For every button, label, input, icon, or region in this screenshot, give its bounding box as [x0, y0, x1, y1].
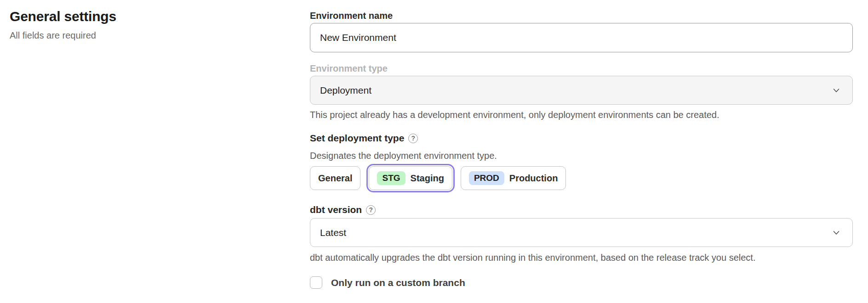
environment-type-label: Environment type	[310, 63, 853, 74]
custom-branch-label: Only run on a custom branch	[331, 277, 465, 288]
deployment-type-production-button[interactable]: PROD Production	[461, 166, 566, 190]
dbt-version-select[interactable]: Latest	[310, 218, 853, 247]
production-button-label: Production	[509, 173, 558, 184]
environment-settings-page: General settings All fields are required…	[0, 0, 868, 303]
general-button-label: General	[318, 173, 352, 184]
custom-branch-row: Only run on a custom branch	[310, 276, 853, 289]
stg-badge: STG	[377, 171, 405, 185]
page-subtitle: All fields are required	[10, 30, 267, 41]
deployment-type-heading: Set deployment type ?	[310, 133, 853, 144]
page-title: General settings	[10, 8, 267, 25]
general-settings-form: Environment name Environment type Deploy…	[310, 11, 853, 289]
section-header: General settings All fields are required	[10, 8, 267, 41]
help-icon[interactable]: ?	[408, 134, 418, 143]
staging-button-label: Staging	[411, 173, 444, 184]
deployment-type-options: General STG Staging PROD Production	[310, 166, 853, 190]
environment-type-select[interactable]: Deployment	[310, 76, 853, 105]
help-icon[interactable]: ?	[366, 205, 376, 215]
chevron-down-icon	[832, 229, 840, 237]
environment-type-value: Deployment	[320, 85, 371, 96]
dbt-version-label: dbt version	[310, 204, 362, 215]
environment-name-input[interactable]	[310, 23, 853, 52]
deployment-type-general-button[interactable]: General	[310, 166, 360, 190]
environment-type-helper: This project already has a development e…	[310, 109, 853, 120]
prod-badge: PROD	[469, 171, 504, 185]
chevron-down-icon	[832, 86, 840, 95]
deployment-type-heading-text: Set deployment type	[310, 133, 404, 144]
environment-name-label: Environment name	[310, 11, 853, 21]
dbt-version-value: Latest	[320, 227, 346, 238]
custom-branch-checkbox[interactable]	[310, 276, 322, 289]
dbt-version-helper: dbt automatically upgrades the dbt versi…	[310, 252, 853, 263]
deployment-type-helper: Designates the deployment environment ty…	[310, 150, 853, 161]
dbt-version-label-row: dbt version ?	[310, 204, 853, 215]
deployment-type-staging-button[interactable]: STG Staging	[369, 166, 452, 190]
